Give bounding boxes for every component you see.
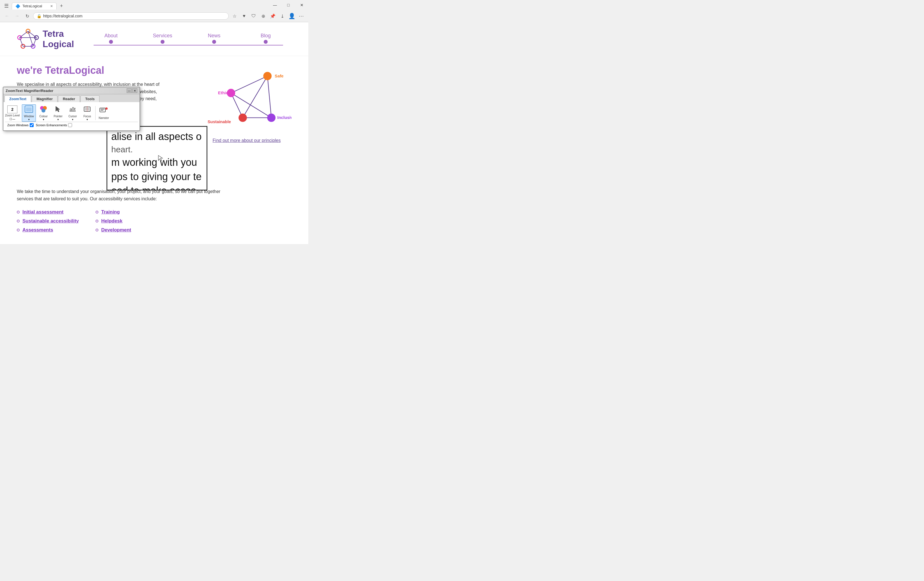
window-tool-icon [25,105,33,114]
zoom-windows-label: Zoom Windows [7,123,28,127]
new-tab-button[interactable]: + [58,2,65,10]
cursor-tool-button[interactable]: aIt Cursor ▼ [66,104,79,122]
zoomtext-tab-reader[interactable]: Reader [58,95,80,102]
service-link-training[interactable]: Training [101,209,120,215]
zoom-windows-checkbox[interactable] [30,123,34,127]
zoom-windows-control: Zoom Windows [7,123,34,127]
extensions-icon[interactable]: ⊕ [259,12,267,20]
minimize-button[interactable]: — [269,0,281,10]
window-tool-button[interactable]: Window ▼ [22,104,36,122]
nav-link-about[interactable]: About [104,33,117,39]
colour-tool-label: Colour [40,115,48,118]
reload-button[interactable]: ↻ [23,12,31,20]
close-button[interactable]: ✕ [295,0,308,10]
url-input[interactable] [43,14,225,18]
nav-link-news[interactable]: News [208,33,221,39]
tab-close-button[interactable]: ✕ [50,4,53,8]
download-icon[interactable]: ⤓ [278,12,286,20]
diagram-svg: Safe Ethical Sustainable Inclusive [202,62,292,135]
zoomtext-tab-zoomtext[interactable]: ZoomText [5,95,31,102]
pointer-tool-dropdown[interactable]: ▼ [57,118,59,121]
svg-line-12 [231,76,267,93]
forward-button[interactable]: → [13,12,21,20]
nav-dot-news [212,40,216,44]
svg-point-35 [106,108,107,110]
address-bar[interactable]: 🔒 [33,12,229,20]
zoomtext-tab-magnifier[interactable]: Magnifier [32,95,58,102]
window-tool-dropdown[interactable]: ▼ [28,118,30,121]
nav-dot-services [160,40,165,44]
browser-tab[interactable]: 🔷 TetraLogical ✕ [12,3,57,10]
cursor-tool-dropdown[interactable]: ▼ [71,118,74,121]
zoomtext-bottom-bar: Zoom Windows Screen Enhancements [5,122,138,128]
lock-icon: 🔒 [37,14,41,18]
tab-favicon: 🔷 [15,4,20,8]
narrator-tool-button[interactable]: Narrator [97,106,111,120]
cursor-tool-icon: aIt [68,105,77,114]
narrator-tool-label: Narrator [99,116,109,119]
maximize-button[interactable]: □ [282,0,295,10]
focus-tool-dropdown[interactable]: ▼ [86,118,88,121]
narrator-tool-icon [99,107,108,116]
svg-rect-23 [26,108,32,111]
zoomtext-tab-tools[interactable]: Tools [81,95,99,102]
service-link-development[interactable]: Development [101,227,131,233]
shield-icon[interactable]: 🛡 [249,12,258,20]
svg-line-14 [267,76,271,118]
zoomtext-close[interactable]: ✕ [132,88,137,93]
star-icon[interactable]: ☆ [230,12,239,20]
svg-text:aIt: aIt [69,106,76,112]
service-link-initial[interactable]: Initial assessment [22,209,63,215]
diagram-label-safe: Safe [275,74,283,78]
tab-title-text: TetraLogical [22,4,42,8]
services-list: Initial assessment Sustainable accessibi… [17,209,292,233]
nav-link-services[interactable]: Services [153,33,172,39]
service-item-sustainable: Sustainable accessibility [17,218,79,224]
logo-text: Tetra Logical [43,29,74,50]
zoom-level-label: Zoom Level [5,114,20,117]
browser-chrome: ☰ 🔷 TetraLogical ✕ + — □ ✕ ← → ↻ 🔒 ☆ ♥ 🛡 [0,0,308,22]
zoomtext-minimize[interactable]: — [127,88,132,93]
nav-dot-blog [264,40,267,44]
principles-diagram: Safe Ethical Sustainable Inclusive Find … [202,62,292,143]
service-item-assessments: Assessments [17,227,79,233]
sidebar-toggle-button[interactable]: ☰ [2,2,11,10]
service-link-sustainable[interactable]: Sustainable accessibility [22,218,79,224]
pin-icon[interactable]: 📌 [269,12,277,20]
tab-row: ☰ 🔷 TetraLogical ✕ + — □ ✕ [0,0,308,10]
nav-item-about[interactable]: About [85,33,137,44]
colour-tool-dropdown[interactable]: ▼ [42,118,45,121]
principles-link[interactable]: Find out more about our principles [213,138,281,143]
zoom-checkbox-icon: ☐ [10,118,12,121]
profile-icon[interactable]: 👤 [287,12,296,20]
svg-line-5 [20,31,28,38]
cursor-in-zoom-box [158,155,163,163]
screen-enhancements-control: Screen Enhancements [36,123,72,127]
service-bullet [17,211,20,214]
svg-line-13 [243,76,267,118]
zoomtext-titlebar: ZoomText Magnifier/Reader — ✕ [3,87,140,94]
service-link-helpdesk[interactable]: Helpdesk [101,218,122,224]
back-button[interactable]: ← [3,12,11,20]
service-item-training: Training [96,209,131,215]
focus-tool-button[interactable]: Focus ▼ [80,104,94,122]
service-link-assessments[interactable]: Assessments [22,227,53,233]
nav-item-news[interactable]: News [188,33,240,44]
diagram-label-ethical: Ethical [218,91,232,95]
nav-item-blog[interactable]: Blog [240,33,292,44]
zoom-level-input[interactable] [7,106,17,113]
nav-link-blog[interactable]: Blog [261,33,271,39]
pointer-tool-button[interactable]: Pointer ▼ [51,104,65,122]
service-item-helpdesk: Helpdesk [96,218,131,224]
zoom-box-content: alise in all aspects o heart. m working … [107,127,206,190]
screen-enhancements-checkbox[interactable] [68,123,72,127]
colour-tool-icon [39,105,48,114]
zoom-line-4: pps to giving your te [111,170,203,184]
menu-button[interactable]: ⋯ [297,12,305,20]
svg-rect-34 [101,110,104,111]
colour-tool-button[interactable]: Colour ▼ [36,104,50,122]
svg-point-18 [263,72,272,80]
nav-item-services[interactable]: Services [137,33,188,44]
toolbar-divider [95,106,96,120]
heart-icon[interactable]: ♥ [240,12,248,20]
